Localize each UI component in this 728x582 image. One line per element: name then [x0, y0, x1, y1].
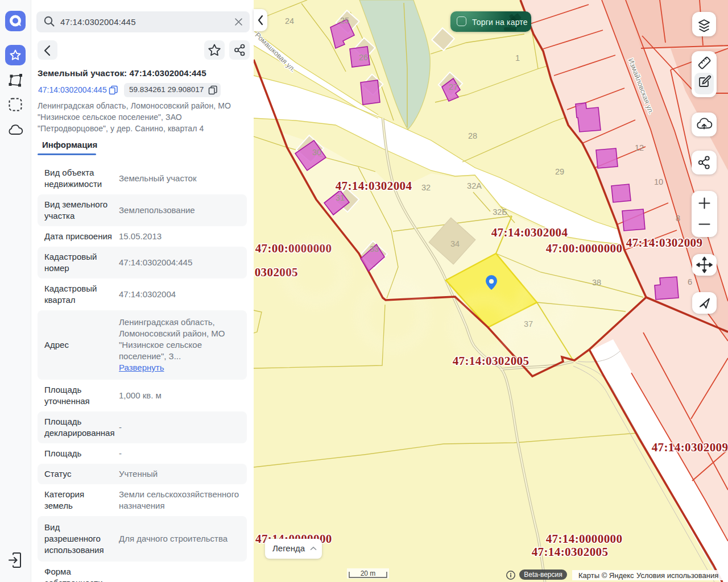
svg-text:47:14:0302009: 47:14:0302009	[652, 440, 728, 454]
svg-text:24: 24	[285, 16, 294, 26]
svg-text:47:14:0302004: 47:14:0302004	[336, 179, 412, 193]
svg-text:1: 1	[515, 53, 520, 63]
svg-text:30: 30	[312, 148, 321, 157]
svg-text:32А: 32А	[467, 181, 482, 190]
svg-text:25: 25	[340, 16, 349, 25]
svg-text:32Б: 32Б	[493, 207, 507, 217]
svg-text:31: 31	[336, 193, 345, 202]
svg-text:47:14:0000000: 47:14:0000000	[546, 532, 623, 546]
svg-text:34: 34	[450, 239, 460, 248]
svg-text:38: 38	[592, 278, 601, 287]
svg-text:32: 32	[421, 183, 431, 192]
svg-text:47:14:0302004: 47:14:0302004	[491, 226, 568, 239]
svg-text:10: 10	[654, 177, 663, 186]
svg-text:12: 12	[635, 143, 644, 152]
svg-text:20 m: 20 m	[361, 569, 376, 577]
svg-text:27: 27	[449, 82, 458, 92]
svg-text:47:14:0302009: 47:14:0302009	[626, 236, 703, 250]
svg-text:47:14:0302005: 47:14:0302005	[532, 545, 609, 559]
svg-text:26: 26	[359, 53, 368, 62]
svg-text:47:00:0000000: 47:00:0000000	[546, 242, 623, 255]
svg-text:33: 33	[370, 244, 379, 253]
svg-text:28: 28	[468, 131, 477, 140]
svg-text:6: 6	[688, 277, 692, 286]
svg-text:29: 29	[555, 167, 564, 176]
svg-text:8: 8	[676, 214, 680, 223]
